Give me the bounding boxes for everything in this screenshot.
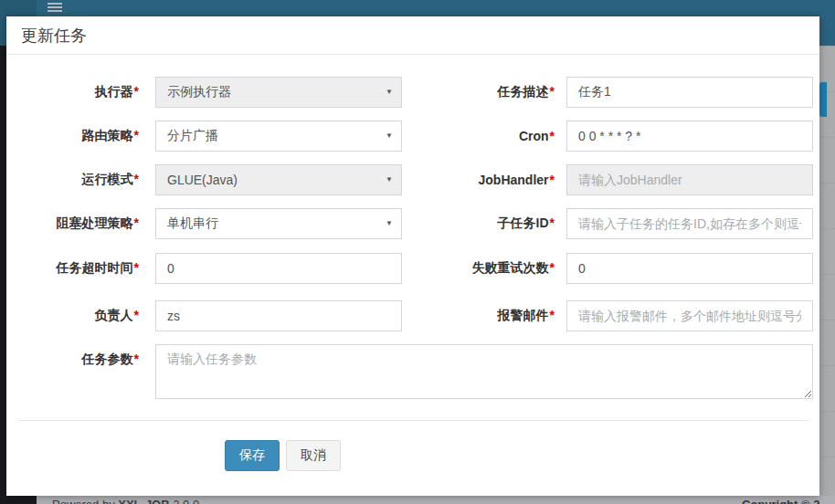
job-handler-input [566,164,813,195]
required-mark: * [550,129,555,143]
field-cron: Cron* [418,121,813,152]
selected-value: 分片广播 [167,128,218,144]
footer-divider [18,420,808,421]
field-block-strategy: 阻塞处理策略* 单机串行 ▼ [6,208,402,239]
alarm-email-input[interactable] [566,300,813,331]
modal-buttons: 保存 取消 [225,440,341,471]
block-strategy-select[interactable]: 单机串行 ▼ [155,208,402,239]
author-input[interactable] [155,300,402,331]
required-mark: * [134,260,139,275]
field-label: Cron* [418,129,555,143]
required-mark: * [134,172,139,186]
save-button[interactable]: 保存 [225,440,280,471]
fail-retry-input[interactable] [566,253,813,284]
required-mark: * [550,84,555,99]
field-job-param-label: 任务参数* [6,344,139,375]
field-timeout: 任务超时时间* [6,253,402,284]
field-alarm-email: 报警邮件* [418,300,813,331]
field-label: 子任务ID* [418,215,555,232]
hamburger-icon [48,3,62,5]
chevron-down-icon: ▼ [386,132,393,140]
field-job-param [155,344,813,403]
chevron-down-icon: ▼ [386,176,393,184]
field-label: 失败重试次数* [418,260,555,277]
job-desc-input[interactable] [566,77,813,108]
executor-select: 示例执行器 ▼ [155,77,402,108]
field-label: 任务参数* [6,352,139,368]
hamburger-icon [48,10,62,12]
selected-value: 示例执行器 [167,84,231,100]
glue-type-select: GLUE(Java) ▼ [155,164,402,195]
field-child-jobid: 子任务ID* [418,208,813,239]
required-mark: * [134,128,139,142]
job-param-textarea[interactable] [155,344,813,399]
field-label: 阻塞处理策略* [6,215,139,232]
required-mark: * [550,260,555,275]
field-label: 执行器* [6,84,139,100]
timeout-input[interactable] [155,253,402,284]
required-mark: * [550,308,555,322]
selected-value: 单机串行 [167,215,218,232]
sidebar-toggle-button[interactable] [48,3,62,14]
hamburger-icon [48,6,62,8]
required-mark: * [134,308,139,322]
field-job-desc: 任务描述* [418,77,813,108]
field-label: JobHandler* [418,173,555,187]
field-label: 报警邮件* [418,308,555,324]
background-button-sliver [819,82,827,117]
cancel-button[interactable]: 取消 [286,440,341,471]
field-label: 路由策略* [6,128,139,144]
modal-title: 更新任务 [21,25,87,47]
modal-header: 更新任务 [6,16,819,55]
field-label: 任务超时时间* [6,260,139,277]
field-label: 运行模式* [6,172,139,188]
required-mark: * [134,84,139,99]
required-mark: * [134,215,139,230]
field-job-handler: JobHandler* [418,164,813,195]
field-glue-type: 运行模式* GLUE(Java) ▼ [6,164,402,195]
field-route-strategy: 路由策略* 分片广播 ▼ [6,121,402,152]
required-mark: * [134,352,139,366]
field-label: 负责人* [6,308,139,324]
required-mark: * [550,173,555,187]
chevron-down-icon: ▼ [386,220,393,227]
chevron-down-icon: ▼ [386,89,393,96]
powered-by-text: Powered by XXL-JOB 2.0.0 [52,498,199,504]
brand-name: XXL-JOB [118,498,169,504]
selected-value: GLUE(Java) [167,173,238,187]
field-executor: 执行器* 示例执行器 ▼ [6,77,402,108]
page-footer: Powered by XXL-JOB 2.0.0 Copyright © 2 [37,496,835,504]
route-strategy-select[interactable]: 分片广播 ▼ [155,121,402,152]
field-author: 负责人* [6,300,402,331]
child-jobid-input[interactable] [566,208,813,239]
copyright-text: Copyright © 2 [742,498,819,504]
update-task-modal: 更新任务 执行器* 示例执行器 ▼ 任务描述* 路由策略* 分片广播 ▼ Cro… [6,16,819,496]
field-fail-retry: 失败重试次数* [418,253,813,284]
required-mark: * [550,215,555,230]
cron-input[interactable] [566,121,813,152]
field-label: 任务描述* [418,84,555,100]
